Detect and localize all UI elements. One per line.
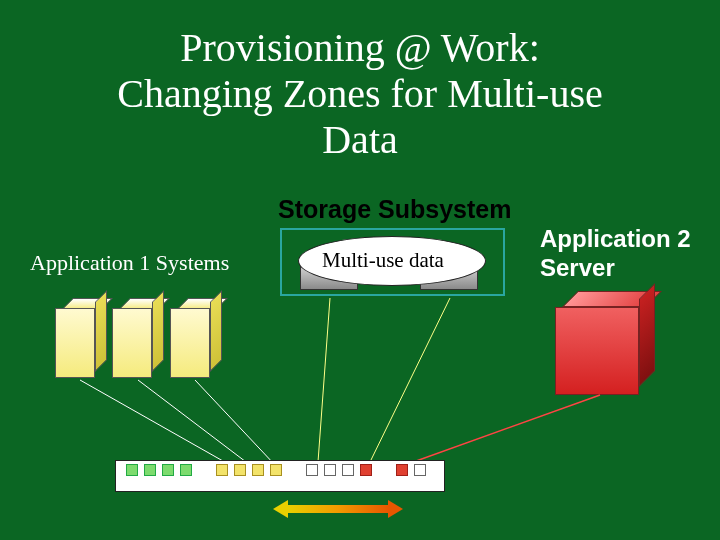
app1-server-icon — [170, 298, 218, 378]
svg-line-4 — [370, 298, 450, 462]
switch-port — [270, 464, 282, 476]
svg-line-5 — [405, 395, 600, 465]
app2-server-icon — [555, 295, 655, 395]
application-1-label: Application 1 Systems — [30, 250, 229, 276]
multi-use-data-text: Multi-use data — [322, 248, 444, 273]
switch-port — [360, 464, 372, 476]
switch-port — [216, 464, 228, 476]
switch-port — [324, 464, 336, 476]
title-line-1: Provisioning @ Work: — [180, 25, 540, 70]
app2-line-2: Server — [540, 254, 615, 281]
svg-line-0 — [80, 380, 230, 465]
switch-port — [234, 464, 246, 476]
storage-subsystem-text: Storage Subsystem — [278, 195, 511, 223]
storage-subsystem-label: Storage Subsystem — [278, 195, 511, 224]
title-line-3: Data — [322, 117, 398, 162]
switch-port — [414, 464, 426, 476]
svg-line-1 — [138, 380, 250, 465]
zone-change-arrow-icon — [273, 500, 403, 518]
application-2-label: Application 2 Server — [540, 225, 691, 283]
slide-title: Provisioning @ Work: Changing Zones for … — [0, 0, 720, 163]
network-switch — [115, 460, 445, 492]
switch-port — [252, 464, 264, 476]
svg-line-2 — [195, 380, 275, 465]
switch-port — [396, 464, 408, 476]
switch-port — [126, 464, 138, 476]
switch-port — [342, 464, 354, 476]
switch-port — [180, 464, 192, 476]
app1-server-icon — [112, 298, 160, 378]
svg-line-3 — [318, 298, 330, 462]
app2-line-1: Application 2 — [540, 225, 691, 252]
app1-server-icon — [55, 298, 103, 378]
title-line-2: Changing Zones for Multi-use — [117, 71, 603, 116]
switch-port — [162, 464, 174, 476]
switch-port — [144, 464, 156, 476]
switch-port — [306, 464, 318, 476]
